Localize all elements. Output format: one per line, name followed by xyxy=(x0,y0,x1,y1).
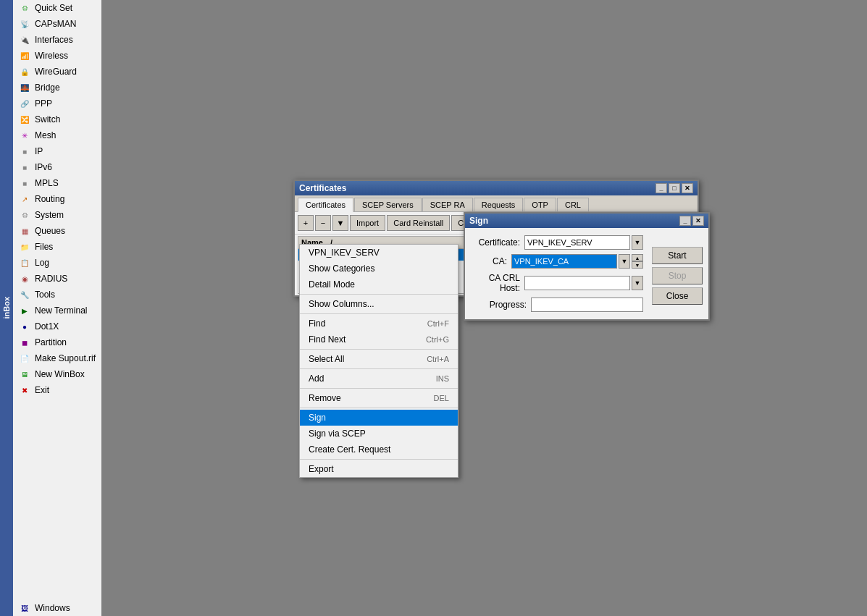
sidebar-item-windows[interactable]: 🖼 Windows ▶ xyxy=(13,600,114,616)
menu-item-label: Show Categories xyxy=(309,263,374,274)
menu-item-sign[interactable]: Sign xyxy=(300,410,458,426)
sidebar-item-exit[interactable]: ✖ Exit xyxy=(13,382,114,398)
menu-item-label: Create Cert. Request xyxy=(309,444,390,455)
minimize-button[interactable]: _ xyxy=(656,183,667,193)
sidebar-item-partition[interactable]: ◼ Partition xyxy=(13,334,114,350)
sidebar-item-quick-set[interactable]: ⚙ Quick Set xyxy=(13,0,114,16)
sign-title: Sign xyxy=(469,216,488,226)
menu-item-show-categories[interactable]: Show Categories xyxy=(300,261,458,277)
ip-icon: ■ xyxy=(19,145,30,157)
sidebar-item-ppp[interactable]: 🔗 PPP xyxy=(13,96,114,111)
close-dialog-button[interactable]: Close xyxy=(652,287,703,305)
card-reinstall-button[interactable]: Card Reinstall xyxy=(387,215,450,231)
sign-close-icon-button[interactable]: ✕ xyxy=(692,216,704,226)
sidebar-item-interfaces[interactable]: 🔌 Interfaces xyxy=(13,32,114,48)
tab-certificates[interactable]: Certificates xyxy=(298,198,353,212)
menu-item-label: Show Columns... xyxy=(309,299,374,309)
sidebar-item-tools[interactable]: 🔧 Tools ▶ xyxy=(13,287,114,303)
filter-button[interactable]: ▼ xyxy=(332,215,348,231)
sidebar-item-mpls[interactable]: ■ MPLS ▶ xyxy=(13,175,114,191)
menu-item-detail-mode[interactable]: Detail Mode xyxy=(300,277,458,292)
menu-item-label: Remove xyxy=(309,393,341,403)
system-icon: ⚙ xyxy=(19,209,30,221)
sidebar-item-label: Files xyxy=(35,242,53,252)
sidebar-item-routing[interactable]: ↗ Routing ▶ xyxy=(13,191,114,207)
interfaces-icon: 🔌 xyxy=(19,34,30,46)
sign-action-buttons: Start Stop Close xyxy=(652,247,703,305)
partition-icon: ◼ xyxy=(19,337,30,348)
cert-input[interactable] xyxy=(524,235,630,250)
sidebar-item-wireless[interactable]: 📶 Wireless xyxy=(13,48,114,64)
ca-down-btn[interactable]: ▼ xyxy=(632,261,643,269)
wireguard-icon: 🔒 xyxy=(19,66,30,77)
menu-item-show-columns[interactable]: Show Columns... xyxy=(300,296,458,312)
sign-minimize-button[interactable]: _ xyxy=(679,216,691,226)
menu-item-sign-via-scep[interactable]: Sign via SCEP xyxy=(300,426,458,442)
progress-bar-container xyxy=(531,298,643,312)
sidebar-item-queues[interactable]: ▦ Queues xyxy=(13,223,114,239)
menu-item-label: Sign xyxy=(309,413,326,423)
tab-scepservers[interactable]: SCEP Servers xyxy=(354,198,422,211)
remove-button[interactable]: − xyxy=(315,215,331,231)
import-button[interactable]: Import xyxy=(350,215,385,231)
ppp-icon: 🔗 xyxy=(19,98,30,109)
stop-button[interactable]: Stop xyxy=(652,267,703,284)
sidebar-item-label: New WinBox xyxy=(35,369,85,379)
menu-item-label: VPN_IKEV_SERV xyxy=(309,248,380,258)
sidebar-item-newterminal[interactable]: ▶ New Terminal xyxy=(13,303,114,318)
tools-icon: 🔧 xyxy=(19,289,30,300)
sidebar-item-makesupout[interactable]: 📄 Make Supout.rif xyxy=(13,350,114,366)
sidebar-item-log[interactable]: 📋 Log xyxy=(13,255,114,271)
winbox-label: inBox xyxy=(2,297,11,319)
tab-otp[interactable]: OTP xyxy=(524,198,556,211)
menu-separator xyxy=(300,313,458,314)
sidebar-item-wireguard[interactable]: 🔒 WireGuard xyxy=(13,64,114,80)
sidebar-item-ip[interactable]: ■ IP ▶ xyxy=(13,143,114,159)
menu-item-find-next[interactable]: Find NextCtrl+G xyxy=(300,332,458,347)
sidebar-item-ipv6[interactable]: ■ IPv6 ▶ xyxy=(13,159,114,175)
sidebar-item-label: Windows xyxy=(35,603,70,613)
sidebar-item-system[interactable]: ⚙ System ▶ xyxy=(13,207,114,223)
menu-item-select-all[interactable]: Select AllCtrl+A xyxy=(300,351,458,367)
cert-dropdown-btn[interactable]: ▼ xyxy=(632,235,643,250)
menu-item-remove[interactable]: RemoveDEL xyxy=(300,390,458,406)
sidebar-item-files[interactable]: 📁 Files xyxy=(13,239,114,255)
sidebar-item-mesh[interactable]: ✳ Mesh xyxy=(13,127,114,143)
sidebar-item-newwinbox[interactable]: 🖥 New WinBox xyxy=(13,366,114,382)
queues-icon: ▦ xyxy=(19,225,30,237)
menu-item-create-cert-request[interactable]: Create Cert. Request xyxy=(300,442,458,457)
sidebar-item-dot1x[interactable]: ● Dot1X xyxy=(13,318,114,334)
sign-dialog: Sign _ ✕ Certificate: ▼ CA: ▼ xyxy=(464,212,710,321)
sidebar-item-label: WireGuard xyxy=(35,67,77,77)
cacrlhost-dropdown-btn[interactable]: ▼ xyxy=(632,276,643,290)
close-button[interactable]: ✕ xyxy=(682,183,693,193)
tab-crl[interactable]: CRL xyxy=(557,198,589,211)
menu-item-find[interactable]: FindCtrl+F xyxy=(300,316,458,332)
sidebar-item-bridge[interactable]: 🌉 Bridge xyxy=(13,80,114,96)
maximize-button[interactable]: □ xyxy=(669,183,680,193)
sidebar-item-switch[interactable]: 🔀 Switch xyxy=(13,111,114,127)
sidebar-item-radius[interactable]: ◉ RADIUS xyxy=(13,271,114,287)
menu-item-add[interactable]: AddINS xyxy=(300,371,458,387)
tab-requests[interactable]: Requests xyxy=(474,198,523,211)
menu-item-label: Add xyxy=(309,374,324,384)
menu-item-label: Detail Mode xyxy=(309,279,355,290)
routing-icon: ↗ xyxy=(19,193,30,205)
sidebar-item-label: Mesh xyxy=(35,130,56,140)
add-button[interactable]: + xyxy=(298,215,314,231)
menu-item-export[interactable]: Export xyxy=(300,461,458,477)
start-button[interactable]: Start xyxy=(652,247,703,264)
ca-input[interactable] xyxy=(511,254,617,269)
menu-item-vpnikevserv[interactable]: VPN_IKEV_SERV xyxy=(300,245,458,261)
cacrlhost-field[interactable] xyxy=(524,276,630,290)
winbox-strip: inBox xyxy=(0,0,13,616)
bridge-icon: 🌉 xyxy=(19,82,30,93)
sidebar-item-label: IPv6 xyxy=(35,162,52,172)
sidebar: ⚙ Quick Set 📡 CAPsMAN 🔌 Interfaces 📶 Wir… xyxy=(13,0,114,616)
tab-scepra[interactable]: SCEP RA xyxy=(422,198,473,211)
sidebar-item-label: IP xyxy=(35,146,43,156)
ca-up-btn[interactable]: ▲ xyxy=(632,254,643,261)
ca-dropdown-btn[interactable]: ▼ xyxy=(619,254,630,269)
files-icon: 📁 xyxy=(19,241,30,253)
sidebar-item-capsman[interactable]: 📡 CAPsMAN xyxy=(13,16,114,32)
